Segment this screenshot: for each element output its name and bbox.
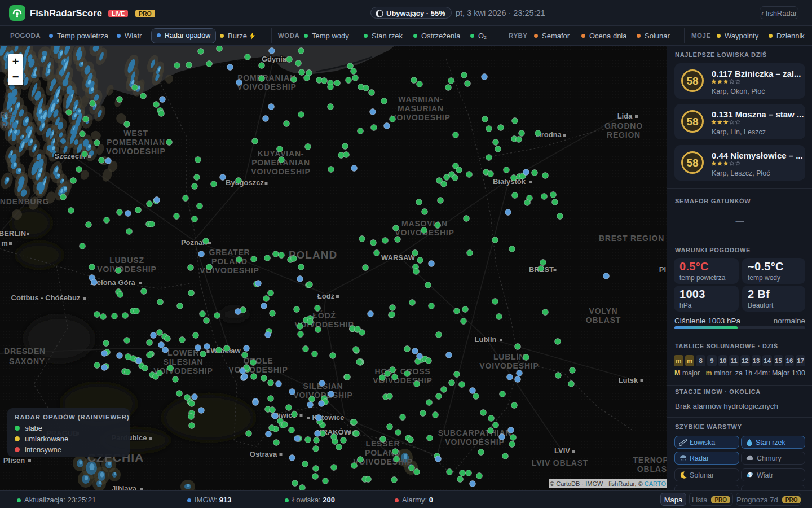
svg-text:Łódź: Łódź: [317, 292, 335, 300]
svg-text:Lutsk: Lutsk: [619, 376, 638, 384]
svg-text:Bydgoszcz: Bydgoszcz: [226, 178, 264, 187]
svg-text:RN: RN: [1, 121, 14, 130]
svg-text:OBLAST: OBLAST: [586, 316, 621, 325]
svg-text:WARSAW: WARSAW: [381, 253, 416, 262]
svg-text:LUBUSZ: LUBUSZ: [109, 256, 144, 265]
svg-text:Gdynia: Gdynia: [262, 55, 287, 63]
svg-text:GRODNO: GRODNO: [604, 121, 643, 130]
svg-text:Ostrava: Ostrava: [250, 450, 277, 458]
svg-text:Lublin: Lublin: [475, 335, 497, 344]
svg-text:BERLIN: BERLIN: [0, 229, 26, 238]
svg-text:Pi: Pi: [659, 265, 666, 274]
svg-text:RG-: RG-: [0, 111, 16, 120]
svg-text:VOIVODESHIP: VOIVODESHIP: [237, 82, 296, 91]
svg-text:GREATER: GREATER: [209, 248, 250, 257]
svg-text:SAXONY: SAXONY: [9, 357, 45, 366]
svg-text:TERNOPIL: TERNOPIL: [633, 456, 667, 465]
svg-text:VOIVODESHIP: VOIVODESHIP: [228, 365, 288, 374]
svg-text:WEST: WEST: [123, 129, 148, 138]
svg-text:ŁÓDŹ: ŁÓDŹ: [312, 310, 336, 320]
svg-text:POMERANIAN: POMERANIAN: [107, 138, 165, 147]
svg-text:VOLYN: VOLYN: [589, 306, 618, 316]
svg-text:POMERANIAN: POMERANIAN: [237, 73, 296, 82]
svg-text:LVIV: LVIV: [554, 446, 570, 455]
svg-text:LOWER: LOWER: [167, 348, 199, 357]
svg-text:POLAND: POLAND: [211, 257, 248, 266]
svg-text:BREST REGION: BREST REGION: [599, 234, 664, 243]
svg-text:LVIV OBLAST: LVIV OBLAST: [532, 458, 588, 467]
svg-text:REGION: REGION: [607, 130, 641, 139]
svg-text:Cottbus - Chóśebuz: Cottbus - Chóśebuz: [11, 294, 81, 302]
svg-text:Szczecin: Szczecin: [55, 152, 86, 160]
svg-text:MASURIAN: MASURIAN: [398, 104, 444, 113]
svg-text:Lida: Lida: [617, 112, 633, 120]
svg-text:VOIVODESHIP: VOIVODESHIP: [106, 147, 165, 156]
svg-text:ANDENBURG: ANDENBURG: [0, 197, 49, 206]
svg-text:m: m: [1, 239, 8, 247]
svg-text:OBLAST: OBLAST: [637, 465, 667, 474]
svg-text:VOIVODESHIP: VOIVODESHIP: [391, 113, 450, 122]
svg-text:LUBLIN: LUBLIN: [493, 352, 525, 361]
svg-text:WARMIAN-: WARMIAN-: [398, 95, 443, 104]
svg-text:Plisen: Plisen: [3, 456, 25, 465]
svg-text:MASOVIAN: MASOVIAN: [401, 219, 448, 228]
svg-text:VOIVODESHIP: VOIVODESHIP: [445, 437, 504, 446]
svg-text:VOIVODESHIP: VOIVODESHIP: [97, 265, 156, 274]
svg-text:VOIVODESHIP: VOIVODESHIP: [251, 167, 310, 176]
svg-text:OPOLE: OPOLE: [243, 356, 273, 365]
svg-text:VOIVODESHIP: VOIVODESHIP: [479, 361, 539, 370]
svg-text:Jihlava: Jihlava: [112, 484, 137, 490]
svg-text:DRESDEN: DRESDEN: [4, 347, 46, 356]
